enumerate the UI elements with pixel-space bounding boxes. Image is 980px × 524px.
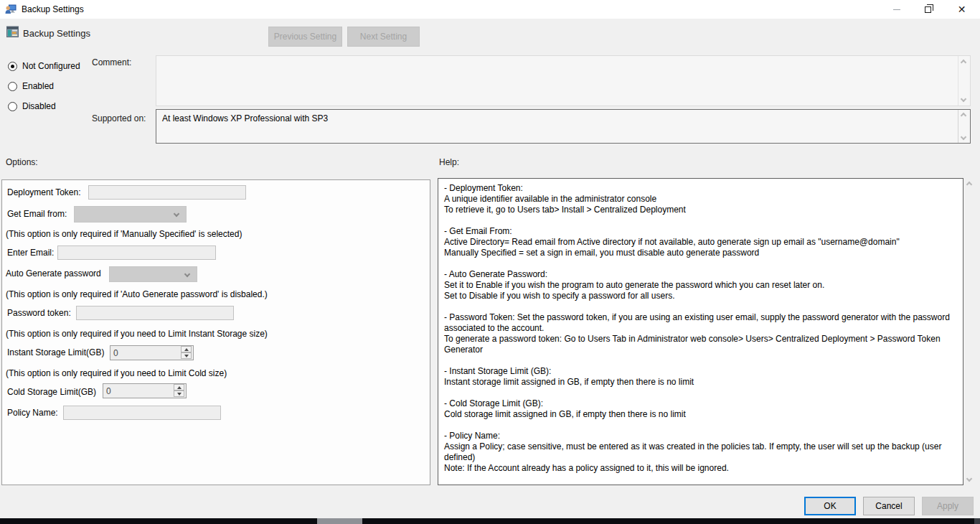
enter-email-input[interactable] — [57, 245, 216, 260]
instant-storage-limit-label: Instant Storage Limit(GB) — [7, 347, 104, 357]
triangle-up-icon — [184, 348, 189, 351]
strip-segment — [317, 518, 362, 524]
note-instant-storage: (This option is only required if you nee… — [6, 329, 268, 339]
close-button[interactable]: ✕ — [946, 0, 978, 19]
policy-name-input[interactable] — [63, 406, 221, 420]
note-cold-storage: (This option is only required if you nee… — [6, 368, 227, 378]
scroll-down-icon[interactable] — [961, 96, 966, 102]
step-up-button[interactable] — [181, 346, 192, 352]
scroll-down-icon[interactable] — [961, 134, 966, 140]
password-token-input[interactable] — [76, 306, 234, 320]
comment-textarea[interactable] — [156, 55, 971, 106]
help-panel: - Deployment Token: A unique identifier … — [438, 178, 963, 485]
policy-name-label: Policy Name: — [7, 408, 58, 418]
ok-button[interactable]: OK — [804, 497, 856, 515]
help-scroll-up-icon[interactable] — [966, 182, 972, 187]
options-section-label: Options: — [6, 157, 38, 167]
cancel-button[interactable]: Cancel — [863, 497, 915, 515]
comment-input[interactable] — [156, 56, 957, 106]
radio-label: Not Configured — [22, 61, 80, 71]
backup-settings-dialog: Backup Settings ✕ Backup Settings Previo… — [0, 0, 980, 524]
next-setting-button[interactable]: Next Setting — [347, 27, 420, 47]
scroll-up-icon[interactable] — [961, 113, 966, 118]
minimize-icon — [893, 9, 900, 10]
stepper-value: 0 — [113, 348, 118, 358]
deployment-token-label: Deployment Token: — [7, 187, 81, 197]
radio-circle — [8, 102, 17, 111]
note-auto-generate: (This option is only required if 'Auto G… — [6, 289, 268, 299]
supported-on-box: At least Windows XP Professional with SP… — [156, 109, 971, 144]
auto-generate-password-label: Auto Generate password — [6, 268, 101, 279]
chevron-down-icon — [184, 271, 190, 277]
stepper-buttons — [174, 384, 185, 398]
options-panel: Deployment Token: Get Email from: (This … — [1, 179, 430, 485]
deployment-token-input[interactable] — [88, 185, 246, 200]
radio-label: Disabled — [22, 101, 56, 111]
comment-scrollbar[interactable] — [958, 56, 970, 106]
help-section-label: Help: — [439, 157, 459, 167]
enter-email-label: Enter Email: — [7, 248, 54, 258]
help-scroll-down-icon[interactable] — [966, 476, 972, 482]
radio-circle — [8, 82, 17, 91]
radio-circle — [8, 62, 17, 71]
bottom-screen-strip — [0, 518, 980, 524]
previous-setting-button[interactable]: Previous Setting — [268, 27, 342, 47]
auto-generate-password-dropdown[interactable] — [109, 266, 197, 282]
setting-title: Backup Settings — [23, 28, 90, 39]
window-title: Backup Settings — [22, 4, 84, 14]
supported-on-value: At least Windows XP Professional with SP… — [162, 113, 328, 123]
minimize-button[interactable] — [880, 0, 913, 19]
radio-label: Enabled — [22, 81, 54, 91]
triangle-down-icon — [177, 393, 182, 396]
restore-button[interactable] — [912, 0, 944, 19]
stepper-value: 0 — [106, 386, 111, 396]
restore-icon — [925, 6, 931, 13]
radio-not-configured[interactable]: Not Configured — [8, 60, 80, 72]
triangle-down-icon — [184, 355, 189, 357]
cold-storage-limit-label: Cold Storage Limit(GB) — [7, 387, 96, 397]
get-email-from-label: Get Email from: — [7, 209, 67, 219]
titlebar: Backup Settings ✕ — [0, 0, 980, 19]
radio-enabled[interactable]: Enabled — [8, 80, 54, 92]
cold-storage-limit-stepper[interactable]: 0 — [103, 383, 187, 398]
radio-disabled[interactable]: Disabled — [8, 100, 56, 112]
supported-on-label: Supported on: — [92, 113, 146, 123]
instant-storage-limit-stepper[interactable]: 0 — [110, 345, 194, 360]
comment-label: Comment: — [92, 57, 131, 67]
app-icon — [5, 4, 17, 15]
note-manually-specified: (This option is only required if 'Manual… — [6, 229, 242, 239]
close-icon: ✕ — [958, 4, 966, 14]
password-token-label: Password token: — [7, 308, 71, 318]
step-down-button[interactable] — [181, 352, 192, 359]
apply-button[interactable]: Apply — [922, 497, 974, 515]
chevron-down-icon — [174, 211, 179, 217]
step-up-button[interactable] — [174, 384, 184, 390]
policy-setting-icon — [6, 26, 19, 38]
triangle-up-icon — [177, 386, 182, 389]
scroll-up-icon[interactable] — [961, 60, 966, 65]
stepper-buttons — [181, 346, 192, 360]
help-text: - Deployment Token: A unique identifier … — [444, 183, 955, 474]
supported-on-scrollbar[interactable] — [958, 110, 970, 143]
step-down-button[interactable] — [174, 390, 184, 397]
get-email-from-dropdown[interactable] — [74, 206, 187, 223]
strip-segment — [974, 518, 980, 524]
